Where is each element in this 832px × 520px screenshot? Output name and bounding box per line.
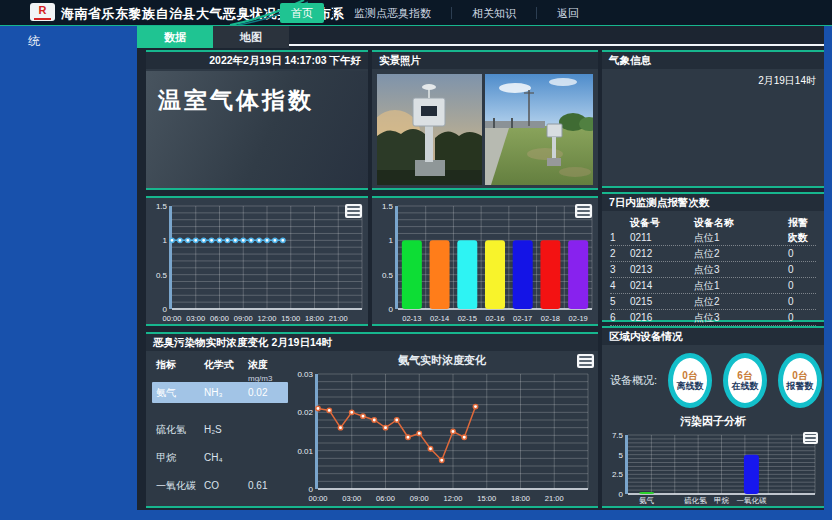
- svg-text:09:00: 09:00: [410, 494, 429, 503]
- tabbar-underline: [289, 44, 824, 46]
- svg-text:21:00: 21:00: [329, 314, 348, 323]
- table-row[interactable]: 甲烷CH₄: [152, 447, 288, 468]
- table-row[interactable]: 50215点位20: [610, 294, 816, 310]
- svg-text:氨气: 氨气: [639, 496, 654, 505]
- nav-item-knowledge[interactable]: 相关知识: [461, 3, 527, 23]
- devices-panel-title: 区域内设备情况: [602, 328, 824, 345]
- online-count-badge: 6台 在线数: [723, 353, 767, 408]
- tab-data[interactable]: 数据: [137, 26, 213, 48]
- svg-text:0: 0: [309, 485, 314, 494]
- live-photos-title: 实景照片: [372, 52, 598, 69]
- svg-text:0.03: 0.03: [297, 370, 313, 379]
- weather-info-title: 气象信息: [602, 52, 824, 69]
- device-overview-row: 设备概况: 0台 离线数 6台 在线数 0台 报警数: [610, 353, 822, 408]
- svg-text:03:00: 03:00: [342, 494, 361, 503]
- svg-text:02-19: 02-19: [569, 314, 588, 323]
- svg-text:02-14: 02-14: [430, 314, 449, 323]
- svg-text:12:00: 12:00: [258, 314, 277, 323]
- photo-field-station[interactable]: [485, 74, 593, 185]
- svg-text:09:00: 09:00: [234, 314, 253, 323]
- table-row[interactable]: 60216点位30: [610, 310, 816, 326]
- alarm-count-panel: 7日内监测点报警次数 设备号 设备名称 报警次数 10211点位10 20212…: [602, 192, 824, 322]
- svg-text:甲烷: 甲烷: [714, 496, 730, 505]
- svg-text:02-18: 02-18: [541, 314, 560, 323]
- live-photos-panel: 实景照片: [372, 50, 598, 190]
- svg-text:00:00: 00:00: [309, 494, 328, 503]
- table-row[interactable]: 20212点位20: [610, 246, 816, 262]
- greenhouse-index-panel: 2022年2月19日 14:17:03 下午好 温室气体指数: [146, 50, 368, 190]
- nav-item-back[interactable]: 返回: [546, 3, 590, 23]
- odor-pollutant-panel: 恶臭污染物实时浓度变化 2月19日14时 指标 化学式 浓度mg/m3 氨气NH…: [146, 332, 598, 508]
- table-row[interactable]: 硫化氢H₂S: [152, 419, 288, 440]
- svg-text:一氧化碳: 一氧化碳: [736, 496, 767, 505]
- odor-table: 氨气NH₃0.02 硫化氢H₂S 甲烷CH₄ 一氧化碳CO0.61: [152, 382, 288, 496]
- table-row[interactable]: 10211点位10: [610, 230, 816, 246]
- greenhouse-panel-body: 温室气体指数: [146, 71, 368, 188]
- weather-time-text: 2月19日14时: [758, 74, 816, 88]
- greenhouse-index-title: 温室气体指数: [146, 71, 368, 116]
- title-overflow-text: 统: [28, 33, 40, 50]
- odor-index-line-chart: 00.511.500:0003:0006:0009:0012:0015:0018…: [146, 196, 368, 326]
- svg-text:12:00: 12:00: [444, 494, 463, 503]
- svg-text:0: 0: [619, 490, 624, 499]
- svg-text:0.5: 0.5: [156, 271, 168, 280]
- nav-item-odor-index[interactable]: 监测点恶臭指数: [343, 3, 442, 23]
- svg-text:03:00: 03:00: [186, 314, 205, 323]
- svg-text:1.5: 1.5: [382, 202, 394, 211]
- svg-text:18:00: 18:00: [511, 494, 530, 503]
- svg-text:1: 1: [163, 236, 168, 245]
- nav-separator: [536, 7, 537, 19]
- weather-info-panel: 气象信息 2月19日14时: [602, 50, 824, 188]
- table-row[interactable]: 30213点位30: [610, 262, 816, 278]
- odor-pollutant-title: 恶臭污染物实时浓度变化 2月19日14时: [146, 334, 598, 351]
- nav-separator: [451, 7, 452, 19]
- svg-text:1.5: 1.5: [156, 202, 168, 211]
- main-nav: 首页 监测点恶臭指数 相关知识 返回: [280, 3, 590, 23]
- chart-menu-icon[interactable]: [803, 432, 818, 444]
- alarm-count-title: 7日内监测点报警次数: [602, 194, 824, 211]
- svg-text:5: 5: [619, 451, 624, 460]
- app-logo-icon: R: [30, 3, 55, 21]
- offline-count-badge: 0台 离线数: [668, 353, 712, 408]
- svg-text:15:00: 15:00: [477, 494, 496, 503]
- odor-table-header: 指标 化学式 浓度mg/m3: [156, 358, 286, 383]
- svg-text:18:00: 18:00: [305, 314, 324, 323]
- alarm-table: 设备号 设备名称 报警次数 10211点位10 20212点位20 30213点…: [610, 215, 816, 326]
- svg-text:15:00: 15:00: [281, 314, 300, 323]
- chart-menu-icon[interactable]: [575, 204, 592, 218]
- nav-item-home[interactable]: 首页: [280, 3, 324, 23]
- svg-text:0.02: 0.02: [297, 408, 313, 417]
- svg-text:2.5: 2.5: [612, 470, 624, 479]
- chart-menu-icon[interactable]: [345, 204, 362, 218]
- nh3-chart-title: 氨气实时浓度变化: [288, 353, 596, 368]
- chart-menu-icon[interactable]: [577, 354, 594, 368]
- svg-text:硫化氢: 硫化氢: [684, 496, 707, 505]
- svg-text:7.5: 7.5: [612, 431, 624, 440]
- svg-text:02-16: 02-16: [485, 314, 504, 323]
- svg-text:0.01: 0.01: [297, 447, 313, 456]
- svg-text:1: 1: [389, 236, 394, 245]
- svg-text:06:00: 06:00: [376, 494, 395, 503]
- svg-text:00:00: 00:00: [163, 314, 182, 323]
- alarm-count-badge: 0台 报警数: [778, 353, 822, 408]
- table-row[interactable]: 一氧化碳CO0.61: [152, 475, 288, 496]
- table-row[interactable]: 40214点位10: [610, 278, 816, 294]
- top-header-bar: R 海南省乐东黎族自治县大气恶臭状况实时发布系 首页 监测点恶臭指数 相关知识 …: [0, 0, 832, 26]
- photo-row: [377, 74, 593, 185]
- alarm-table-header: 设备号 设备名称 报警次数: [610, 215, 816, 230]
- photo-dusk-station[interactable]: [377, 74, 482, 185]
- nav-separator: [333, 7, 334, 19]
- svg-text:02-17: 02-17: [513, 314, 532, 323]
- svg-text:0: 0: [163, 305, 168, 314]
- tab-map[interactable]: 地图: [213, 26, 289, 48]
- pollution-factor-title: 污染因子分析: [602, 414, 824, 429]
- svg-text:02-13: 02-13: [402, 314, 421, 323]
- daily-index-bar-chart: 00.511.502-1302-1402-1502-1602-1702-1802…: [372, 196, 598, 326]
- svg-text:0.5: 0.5: [382, 271, 394, 280]
- datetime-text: 2022年2月19日 14:17:03 下午好: [146, 52, 368, 69]
- nh3-line-chart: 氨气实时浓度变化 00.010.020.0300:0003:0006:0009:…: [288, 353, 596, 506]
- table-row-selected[interactable]: 氨气NH₃0.02: [152, 382, 288, 403]
- svg-text:02-15: 02-15: [458, 314, 477, 323]
- svg-text:0: 0: [389, 305, 394, 314]
- svg-text:06:00: 06:00: [210, 314, 229, 323]
